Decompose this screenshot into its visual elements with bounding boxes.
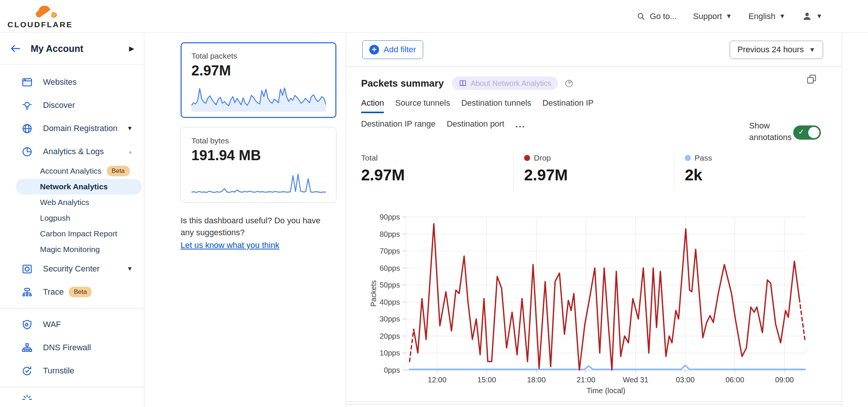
beta-badge: Beta (69, 287, 92, 297)
svg-text:21:00: 21:00 (577, 376, 595, 384)
sidebar-item-domain-registration[interactable]: Domain Registration ▼ (0, 117, 144, 140)
sidebar-item-websites[interactable]: Websites (0, 71, 144, 94)
tab-destination-ip[interactable]: Destination IP (542, 98, 594, 113)
svg-text:10pps: 10pps (380, 349, 400, 357)
total-packets-card[interactable]: Total packets 2.97M (181, 42, 336, 118)
support-menu[interactable]: Support ▼ (693, 12, 732, 21)
card-title: Total bytes (191, 136, 326, 145)
sidebar-item-analytics-logs[interactable]: Analytics & Logs ▲ (0, 140, 144, 163)
stat-pass-value: 2k (685, 166, 712, 184)
stat-drop: Drop 2.97M (513, 153, 674, 191)
cloudflare-logo-link[interactable]: CLOUDFLARE (7, 4, 69, 28)
show-annotations-toggle[interactable]: ✓ (793, 125, 821, 140)
time-series-chart: 0pps10pps20pps30pps40pps50pps60pps70pps8… (346, 209, 842, 398)
dimension-tabs: Action Source tunnels Destination tunnel… (361, 98, 649, 133)
sidebar-item-dns-firewall[interactable]: DNS Firewall (0, 336, 144, 359)
caret-down-icon: ▼ (127, 125, 133, 132)
tab-destination-ip-range[interactable]: Destination IP range (361, 119, 435, 133)
top-header: CLOUDFLARE Go to... Support ▼ English ▼ … (0, 0, 868, 33)
search-icon (636, 12, 646, 21)
show-annotations-label: Show annotations (749, 120, 798, 143)
sitemap-icon (21, 342, 33, 354)
caret-up-icon: ▲ (128, 149, 133, 155)
feedback-question: Is this dashboard useful? Do you have an… (181, 215, 335, 239)
sidebar-divider (0, 387, 144, 387)
sidebar-item-web-analytics[interactable]: Web Analytics (0, 195, 144, 210)
tab-destination-tunnels[interactable]: Destination tunnels (461, 98, 531, 113)
support-label: Support (693, 12, 722, 21)
drop-legend-dot (524, 155, 530, 161)
next-panel-edge (346, 404, 842, 407)
check-icon: ✓ (798, 127, 804, 136)
more-tabs-button[interactable]: ... (515, 119, 525, 133)
add-filter-button[interactable]: + Add filter (362, 40, 423, 59)
stat-total: Total 2.97M (346, 153, 513, 191)
sidebar-item-magic-monitoring[interactable]: Magic Monitoring (0, 242, 144, 257)
account-name: My Account (31, 43, 83, 54)
stat-pass: Pass 2k (674, 153, 712, 191)
account-switcher[interactable]: My Account ▶ (0, 33, 144, 65)
tab-destination-port[interactable]: Destination port (447, 119, 504, 133)
svg-text:03:00: 03:00 (676, 376, 695, 384)
plus-icon: + (369, 45, 379, 55)
caret-down-icon: ▼ (127, 265, 133, 272)
time-range-dropdown[interactable]: Previous 24 hours ▼ (730, 41, 823, 59)
total-packets-sparkline (191, 84, 326, 112)
svg-text:Wed 31: Wed 31 (623, 376, 649, 384)
tab-action[interactable]: Action (361, 98, 384, 113)
panel-title: Packets summary (361, 78, 444, 89)
caret-down-icon: ▼ (726, 13, 732, 19)
stat-drop-value: 2.97M (524, 166, 674, 184)
user-icon (802, 11, 812, 22)
language-menu[interactable]: English ▼ (748, 12, 785, 21)
sidebar: My Account ▶ Websites Discover Domain Re… (0, 33, 144, 407)
cloudflare-cloud-icon (34, 4, 58, 21)
metric-column: Total packets 2.97M Total bytes 191.94 M… (145, 33, 346, 407)
card-value: 191.94 MB (191, 147, 326, 164)
globe-icon (21, 123, 33, 134)
starburst-icon (21, 394, 33, 405)
user-menu[interactable]: ▼ (802, 11, 822, 22)
caret-down-icon: ▼ (809, 47, 815, 53)
expand-icon[interactable] (806, 74, 817, 85)
packets-line-chart: 0pps10pps20pps30pps40pps50pps60pps70pps8… (346, 209, 842, 396)
main-content: + Add filter Previous 24 hours ▼ Packets… (346, 33, 842, 407)
goto-label: Go to... (650, 12, 677, 21)
sidebar-divider (0, 308, 144, 308)
language-label: English (748, 12, 775, 21)
rotate-check-icon (21, 365, 33, 377)
sidebar-item-account-analytics[interactable]: Account Analytics Beta (0, 163, 144, 179)
beta-badge: Beta (107, 166, 130, 176)
sidebar-item-carbon-impact-report[interactable]: Carbon Impact Report (0, 226, 144, 242)
goto-search[interactable]: Go to... (636, 12, 677, 21)
chevron-right-icon[interactable]: ▶ (129, 44, 134, 53)
sidebar-item-discover[interactable]: Discover (0, 94, 144, 117)
pie-chart-icon (21, 146, 33, 158)
back-arrow-icon[interactable] (10, 44, 21, 53)
lightbulb-icon (21, 100, 33, 111)
sidebar-item-logpush[interactable]: Logpush (0, 210, 144, 226)
sidebar-item-security-center[interactable]: Security Center ▼ (0, 257, 144, 280)
book-icon (459, 79, 467, 87)
svg-text:40pps: 40pps (380, 298, 400, 306)
about-network-analytics-badge[interactable]: About Network Analytics (452, 77, 558, 90)
tab-source-tunnels[interactable]: Source tunnels (395, 98, 450, 113)
svg-text:90pps: 90pps (380, 213, 400, 221)
sidebar-item-waf[interactable]: WAF (0, 313, 144, 336)
sidebar-item-partial[interactable] (0, 392, 144, 407)
sidebar-item-network-analytics[interactable]: Network Analytics (16, 179, 142, 195)
sidebar-item-turnstile[interactable]: Turnstile (0, 359, 144, 382)
shield-gear-icon (21, 319, 33, 330)
svg-text:0pps: 0pps (384, 366, 400, 374)
svg-text:18:00: 18:00 (527, 376, 546, 384)
packets-summary-panel: Packets summary About Network Analytics … (346, 66, 842, 402)
sidebar-item-trace[interactable]: Trace Beta (0, 280, 144, 304)
stats-row: Total 2.97M Drop 2.97M Pass 2k (346, 153, 842, 191)
svg-text:70pps: 70pps (380, 247, 400, 255)
websites-icon (21, 77, 33, 88)
pie-chart-icon[interactable] (564, 78, 574, 88)
feedback-link[interactable]: Let us know what you think (181, 239, 279, 251)
svg-text:20pps: 20pps (380, 332, 400, 340)
card-value: 2.97M (191, 63, 326, 79)
total-bytes-card[interactable]: Total bytes 191.94 MB (181, 127, 336, 203)
